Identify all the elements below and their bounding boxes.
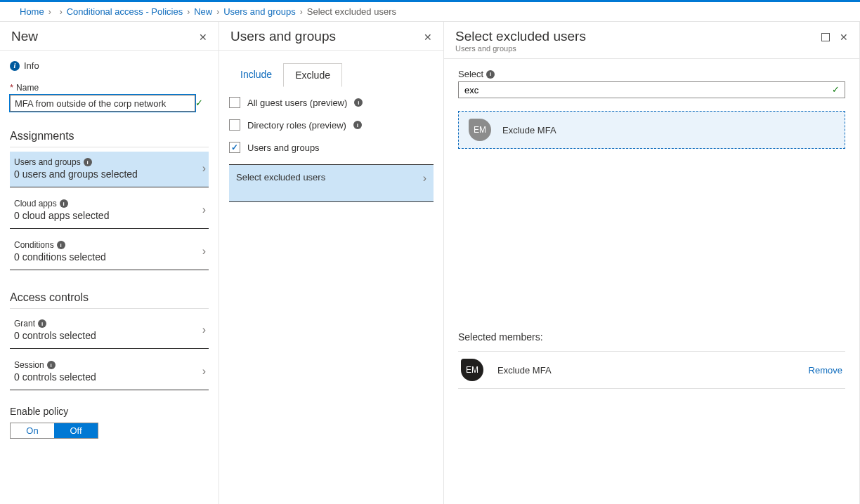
breadcrumb-sep: ›: [300, 7, 303, 17]
breadcrumb-sep: ›: [60, 7, 63, 17]
info-dot-icon: i: [486, 70, 495, 79]
breadcrumb-users-groups[interactable]: Users and groups: [223, 6, 296, 17]
option-label: Directory roles (preview): [247, 120, 346, 131]
select-label: Select: [458, 69, 483, 79]
info-icon: i: [10, 61, 20, 71]
selected-member-row: EM Exclude MFA Remove: [458, 351, 845, 389]
required-asterisk: *: [10, 82, 13, 93]
option-users-and-groups[interactable]: Users and groups: [229, 142, 434, 153]
avatar: EM: [469, 119, 491, 141]
info-dot-icon: i: [57, 241, 65, 249]
option-label: All guest users (preview): [247, 98, 347, 108]
assignments-heading: Assignments: [10, 130, 209, 147]
chevron-right-icon: ›: [423, 172, 426, 185]
close-icon[interactable]: ✕: [199, 32, 207, 43]
info-dot-icon: i: [84, 158, 92, 166]
info-dot-icon: i: [354, 98, 363, 107]
search-input[interactable]: [458, 81, 845, 98]
chevron-right-icon: ›: [202, 365, 206, 378]
tab-exclude[interactable]: Exclude: [283, 63, 342, 87]
chevron-right-icon: ›: [202, 204, 206, 216]
toggle-off[interactable]: Off: [54, 423, 98, 438]
breadcrumb-new[interactable]: New: [194, 6, 212, 17]
result-name: Exclude MFA: [502, 125, 556, 135]
blade-select-excluded-users: Select excluded users Users and groups ✕…: [444, 22, 860, 504]
option-directory-roles[interactable]: Directory roles (preview) i: [229, 119, 434, 131]
breadcrumb-current: Select excluded users: [307, 6, 396, 17]
checkbox-icon[interactable]: [229, 142, 240, 153]
select-excluded-users[interactable]: Select excluded users ›: [229, 164, 434, 202]
info-dot-icon: i: [38, 319, 46, 328]
breadcrumb-policies[interactable]: Conditional access - Policies: [67, 6, 183, 17]
breadcrumb-sep: ›: [216, 7, 219, 17]
access-grant[interactable]: Granti 0 controls selected ›: [10, 313, 209, 349]
blade-users-groups: Users and groups ✕ Include Exclude All g…: [219, 22, 444, 504]
policy-name-input[interactable]: [10, 95, 195, 112]
blade-new-title: New: [11, 29, 38, 44]
info-row[interactable]: i Info: [10, 60, 209, 71]
chevron-right-icon: ›: [202, 245, 206, 258]
assignment-sub: 0 conditions selected: [14, 251, 106, 263]
blade-select-title: Select excluded users: [455, 29, 586, 44]
chevron-right-icon: ›: [202, 162, 206, 175]
tab-include[interactable]: Include: [229, 63, 283, 87]
breadcrumb-home[interactable]: Home: [20, 6, 44, 17]
assignment-sub: 0 cloud apps selected: [14, 210, 109, 221]
blade-users-groups-title: Users and groups: [230, 29, 336, 44]
assignment-title: Session: [14, 360, 44, 370]
breadcrumb-sep: ›: [48, 7, 51, 17]
assignment-users-groups[interactable]: Users and groupsi 0 users and groups sel…: [10, 152, 209, 187]
enable-policy-toggle[interactable]: On Off: [10, 423, 98, 439]
close-icon[interactable]: ✕: [424, 32, 432, 43]
enable-policy-label: Enable policy: [10, 406, 209, 417]
assignment-title: Conditions: [14, 240, 54, 250]
assignment-sub: 0 users and groups selected: [14, 168, 138, 180]
assignment-conditions[interactable]: Conditionsi 0 conditions selected ›: [10, 234, 209, 270]
breadcrumb: Home › › Conditional access - Policies ›…: [0, 2, 860, 22]
restore-icon[interactable]: [821, 33, 830, 41]
assignment-cloud-apps[interactable]: Cloud appsi 0 cloud apps selected ›: [10, 193, 209, 229]
selected-member-name: Exclude MFA: [497, 365, 552, 376]
toggle-on[interactable]: On: [11, 423, 54, 438]
info-dot-icon: i: [353, 121, 362, 129]
assignment-sub: 0 controls selected: [14, 330, 96, 341]
chevron-right-icon: ›: [202, 324, 206, 336]
checkbox-icon[interactable]: [229, 97, 240, 108]
name-label: Name: [16, 83, 39, 93]
access-session[interactable]: Sessioni 0 controls selected ›: [10, 354, 209, 390]
search-result-row[interactable]: EM Exclude MFA: [458, 111, 845, 149]
assignment-title: Cloud apps: [14, 199, 57, 208]
option-label: Users and groups: [247, 142, 320, 153]
blade-new: New ✕ i Info * Name ✓ Assignments Us: [0, 22, 219, 504]
access-controls-heading: Access controls: [10, 291, 209, 309]
selected-members-heading: Selected members:: [458, 331, 845, 343]
option-all-guest-users[interactable]: All guest users (preview) i: [229, 97, 434, 108]
info-label: Info: [24, 60, 39, 71]
assignment-title: Grant: [14, 319, 35, 329]
close-icon[interactable]: ✕: [840, 32, 848, 43]
assignment-sub: 0 controls selected: [14, 371, 96, 383]
checkbox-icon[interactable]: [229, 119, 240, 131]
avatar: EM: [461, 359, 483, 381]
select-excluded-label: Select excluded users: [236, 172, 325, 185]
remove-link[interactable]: Remove: [809, 365, 842, 376]
breadcrumb-sep: ›: [187, 7, 190, 17]
blade-select-subtitle: Users and groups: [455, 44, 586, 53]
assignment-title: Users and groups: [14, 157, 81, 167]
info-dot-icon: i: [60, 199, 68, 208]
check-icon: ✓: [832, 84, 840, 95]
check-icon: ✓: [195, 98, 203, 108]
info-dot-icon: i: [47, 361, 56, 369]
